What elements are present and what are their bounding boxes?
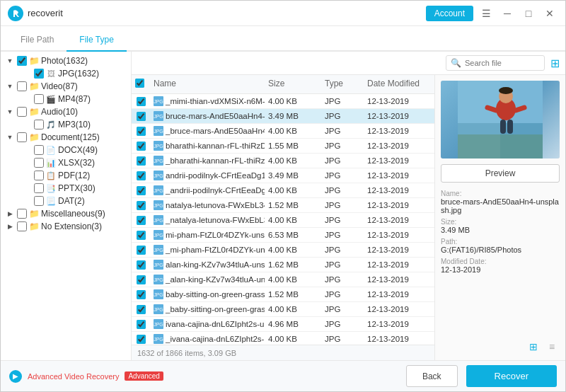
list-view-button[interactable]: ≡ (544, 339, 560, 354)
back-button[interactable]: Back (406, 365, 458, 387)
table-row[interactable]: JPG bruce-mars-AndE50aaHn4-unsplash... 3… (132, 109, 434, 124)
table-row[interactable]: JPG bharathi-kannan-rFL-thiRzDs-unspl...… (132, 139, 434, 154)
menu-button[interactable]: ☰ (478, 5, 495, 22)
table-row[interactable]: JPG _natalya-letunova-FWxEbL34i4Y-unspl.… (132, 213, 434, 228)
grid-view-button[interactable]: ⊞ (526, 339, 541, 354)
tree-toggle-noext[interactable]: ▶ (5, 221, 15, 231)
table-row[interactable]: JPG _bharathi-kannan-rFL-thiRzDs-unspl..… (132, 154, 434, 168)
tree-toggle-misc[interactable]: ▶ (5, 209, 15, 219)
tree-checkbox-pdf[interactable] (34, 171, 44, 180)
tree-checkbox-mp4[interactable] (34, 94, 44, 104)
row-checkbox[interactable] (137, 186, 146, 195)
table-row[interactable]: JPG _alan-king-KZv7w34tluA-unsplash.jpg … (132, 272, 434, 287)
preview-modified-row: Modified Date: 12-13-2019 (441, 258, 560, 274)
file-icon-jpg: 🖼 (46, 69, 56, 79)
row-date: 12-13-2019 (364, 335, 434, 343)
tree-item-docx[interactable]: 📄 DOCX(49) (18, 144, 131, 156)
row-name: JPG baby-sitting-on-green-grass-beside..… (150, 289, 265, 299)
row-checkbox[interactable] (137, 231, 146, 240)
tree-checkbox-video[interactable] (17, 81, 27, 91)
table-row[interactable]: JPG _andrii-podilnyk-CFrtEeaDg1I-unsplas… (132, 183, 434, 198)
tree-item-mp4[interactable]: 🎬 MP4(87) (18, 93, 131, 105)
svg-rect-11 (458, 134, 543, 158)
table-row[interactable]: JPG mi-pham-FtZL0r4DZYk-unsplash.jpg 6.5… (132, 228, 434, 243)
row-checkbox[interactable] (137, 127, 146, 136)
tab-file-type[interactable]: File Type (67, 29, 126, 52)
row-type: JPG (321, 305, 364, 313)
row-checkbox[interactable] (137, 246, 146, 255)
row-checkbox[interactable] (137, 275, 146, 284)
tree-item-mp3[interactable]: 🎵 MP3(10) (18, 118, 131, 131)
row-date: 12-13-2019 (364, 216, 434, 224)
row-checkbox[interactable] (137, 201, 146, 210)
select-all-checkbox[interactable] (135, 79, 144, 88)
row-date: 12-13-2019 (364, 305, 434, 313)
row-checkbox[interactable] (137, 216, 146, 225)
close-button[interactable]: ✕ (541, 5, 558, 22)
tree-item-audio[interactable]: ▼ 📁 Audio(10) (1, 105, 131, 118)
row-checkbox[interactable] (137, 142, 146, 151)
table-row[interactable]: JPG ivana-cajina-dnL6ZIpht2s-unsplash.jp… (132, 317, 434, 332)
file-mini-icon: JPG (154, 215, 163, 225)
tree-checkbox-misc[interactable] (17, 209, 27, 219)
tree-item-pptx[interactable]: 📑 PPTX(30) (18, 182, 131, 195)
row-checkbox[interactable] (137, 335, 146, 344)
table-row[interactable]: JPG _mimi-thian-vdXMSiX-n6M-unsplash... … (132, 94, 434, 109)
file-mini-icon: JPG (154, 126, 163, 136)
tree-item-pdf[interactable]: 📋 PDF(12) (18, 169, 131, 182)
row-checkbox[interactable] (137, 305, 146, 314)
tree-checkbox-photo[interactable] (17, 56, 27, 66)
tree-checkbox-noext[interactable] (17, 221, 27, 231)
tree-checkbox-dat[interactable] (34, 196, 44, 206)
tree-checkbox-docx[interactable] (34, 145, 44, 155)
tree-toggle-photo[interactable]: ▼ (5, 56, 15, 66)
tree-checkbox-xlsx[interactable] (34, 158, 44, 168)
tree-checkbox-pptx[interactable] (34, 183, 44, 193)
account-button[interactable]: Account (426, 6, 473, 21)
row-checkbox[interactable] (137, 290, 146, 299)
tree-toggle-audio[interactable]: ▼ (5, 107, 15, 117)
row-checkbox[interactable] (137, 156, 146, 166)
row-checkbox[interactable] (137, 112, 146, 121)
tree-checkbox-mp3[interactable] (34, 120, 44, 129)
row-size: 4.00 KB (265, 186, 321, 195)
table-row[interactable]: JPG _mi-pham-FtZL0r4DZYk-unsplash.jpg 4.… (132, 243, 434, 258)
row-checkbox[interactable] (137, 260, 146, 270)
row-name: JPG mi-pham-FtZL0r4DZYk-unsplash.jpg (150, 230, 265, 240)
row-size: 4.00 KB (265, 246, 321, 254)
preview-size-row: Size: 3.49 MB (441, 218, 560, 234)
recover-button[interactable]: Recover (466, 365, 557, 387)
maximize-button[interactable]: □ (520, 5, 537, 22)
tree-item-misc[interactable]: ▶ 📁 Miscellaneous(9) (1, 207, 131, 220)
table-row[interactable]: JPG alan-king-KZv7w34tluA-unsplash.jpg 1… (132, 258, 434, 272)
tree-toggle-video[interactable]: ▼ (5, 81, 15, 91)
tree-item-xlsx[interactable]: 📊 XLSX(32) (18, 156, 131, 169)
tree-item-dat[interactable]: 📃 DAT(2) (18, 195, 131, 207)
preview-button[interactable]: Preview (441, 164, 560, 183)
row-checkbox[interactable] (137, 320, 146, 329)
advanced-video-recovery-label[interactable]: Advanced Video Recovery (28, 372, 119, 381)
tree-item-photo[interactable]: ▼ 📁 Photo(1632) (1, 54, 131, 67)
minimize-button[interactable]: ─ (499, 5, 516, 22)
table-row[interactable]: JPG _ivana-cajina-dnL6ZIpht2s-unsplash..… (132, 332, 434, 345)
filter-icon[interactable]: ⊞ (550, 57, 560, 70)
row-name: JPG andrii-podilnyk-CFrtEeaDg1I-unsplash… (150, 171, 265, 180)
row-name: JPG _andrii-podilnyk-CFrtEeaDg1I-unsplas… (150, 185, 265, 195)
table-row[interactable]: JPG baby-sitting-on-green-grass-beside..… (132, 287, 434, 302)
row-date: 12-13-2019 (364, 201, 434, 209)
table-row[interactable]: JPG natalya-letunova-FWxEbL34i4Y-unspl..… (132, 198, 434, 213)
tree-toggle-document[interactable]: ▼ (5, 132, 15, 142)
table-row[interactable]: JPG andrii-podilnyk-CFrtEeaDg1I-unsplash… (132, 168, 434, 183)
row-checkbox[interactable] (137, 97, 146, 106)
tab-file-path[interactable]: File Path (8, 29, 67, 52)
tree-item-noext[interactable]: ▶ 📁 No Extension(3) (1, 220, 131, 233)
tree-item-document[interactable]: ▼ 📁 Document(125) (1, 131, 131, 144)
table-row[interactable]: JPG _bruce-mars-AndE50aaHn4-unsplash... … (132, 124, 434, 139)
tree-checkbox-document[interactable] (17, 132, 27, 142)
tree-item-jpg[interactable]: 🖼 JPG(1632) (18, 67, 131, 80)
tree-checkbox-jpg[interactable] (34, 69, 44, 79)
row-checkbox[interactable] (137, 171, 146, 180)
tree-checkbox-audio[interactable] (17, 107, 27, 117)
tree-item-video[interactable]: ▼ 📁 Video(87) (1, 80, 131, 93)
table-row[interactable]: JPG _baby-sitting-on-green-grass-beside.… (132, 302, 434, 317)
